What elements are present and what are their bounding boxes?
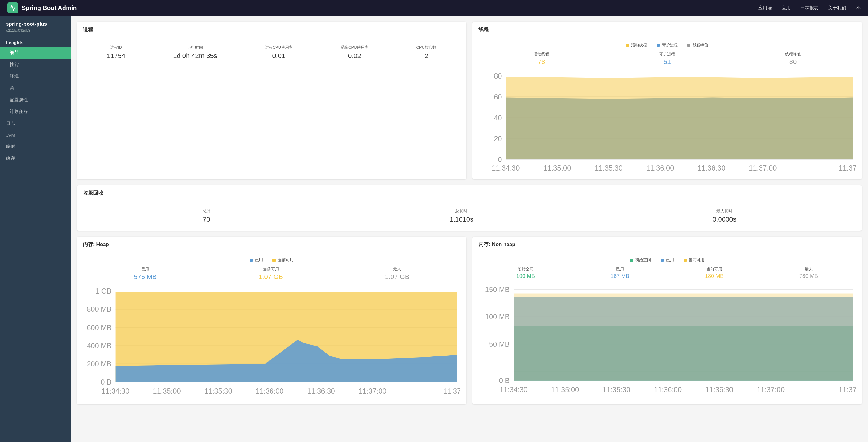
legend-dot-active	[626, 44, 629, 47]
stat-heap-avail: 当前可用 1.07 GB	[258, 266, 283, 281]
svg-text:0 B: 0 B	[499, 377, 510, 385]
legend-dot-nonheap-used	[660, 259, 663, 262]
stat-nonheap-init: 初始空间 100 MB	[516, 266, 535, 279]
svg-text:11:35:30: 11:35:30	[602, 386, 630, 394]
legend-dot-daemon	[657, 44, 660, 47]
app-logo: Spring Boot Admin	[7, 2, 76, 13]
stat-gc-max-value: 0.0000s	[713, 216, 736, 223]
nav-lang[interactable]: zh	[856, 5, 861, 11]
header: Spring Boot Admin 应用墙 应用 日志报表 关于我们 zh	[0, 0, 868, 16]
stat-heap-used: 已用 576 MB	[134, 266, 157, 281]
stat-sys-cpu-label: 系统CPU使用率	[341, 45, 368, 50]
app-layout: spring-boot-plus e211ba082db8 Insights 细…	[0, 16, 868, 416]
svg-text:11:35:00: 11:35:00	[153, 387, 181, 396]
stat-pid-label: 进程ID	[107, 45, 125, 50]
sidebar-item-jvm[interactable]: JVM	[0, 129, 71, 140]
legend-nonheap-init: 初始空间	[630, 257, 651, 263]
sidebar-item-配置属性[interactable]: 配置属性	[0, 94, 71, 106]
nonheap-body: 初始空间 已用 当前可用 初始空间	[472, 252, 862, 403]
sidebar-item-环境[interactable]: 环境	[0, 70, 71, 82]
svg-text:80: 80	[494, 72, 502, 80]
sidebar-item-缓存[interactable]: 缓存	[0, 152, 71, 164]
svg-text:0: 0	[498, 156, 502, 163]
process-body: 进程ID 11754 运行时间 1d 0h 42m 35s 进程CPU使用率 0…	[77, 37, 466, 67]
svg-text:11:37:30: 11:37:30	[839, 386, 856, 394]
svg-text:11:36:00: 11:36:00	[646, 164, 674, 172]
sidebar: spring-boot-plus e211ba082db8 Insights 细…	[0, 16, 71, 416]
nonheap-title: 内存: Non heap	[472, 237, 862, 252]
nonheap-chart-stats: 初始空间 100 MB 已用 167 MB 当前可用 180 MB 最大	[478, 266, 856, 279]
svg-text:50 MB: 50 MB	[489, 340, 509, 348]
process-stats: 进程ID 11754 运行时间 1d 0h 42m 35s 进程CPU使用率 0…	[83, 42, 460, 62]
svg-text:150 MB: 150 MB	[485, 286, 510, 293]
stat-gc-max-label: 最大耗时	[713, 208, 736, 214]
sidebar-item-计划任务[interactable]: 计划任务	[0, 106, 71, 118]
svg-text:1 GB: 1 GB	[95, 287, 112, 295]
app-title: Spring Boot Admin	[22, 4, 76, 11]
svg-text:200 MB: 200 MB	[87, 360, 112, 368]
threads-chart: 80 60 40 20 0 11:34:30 11:35:00	[478, 69, 856, 175]
sidebar-item-类[interactable]: 类	[0, 82, 71, 94]
gc-title: 垃圾回收	[77, 185, 862, 201]
legend-nonheap-avail: 当前可用	[683, 257, 705, 263]
legend-dot-heap-avail	[273, 259, 276, 262]
main-content: 进程 进程ID 11754 运行时间 1d 0h 42m 35s 进程CPU使用…	[71, 16, 868, 416]
svg-marker-51	[514, 293, 852, 381]
heap-chart-stats: 已用 576 MB 当前可用 1.07 GB 最大 1.07 GB	[83, 266, 460, 281]
stat-peak: 线程峰值 80	[785, 52, 801, 66]
svg-text:11:37:30: 11:37:30	[839, 164, 856, 172]
sidebar-item-日志[interactable]: 日志	[0, 118, 71, 129]
svg-text:11:36:30: 11:36:30	[698, 164, 725, 172]
svg-text:11:34:30: 11:34:30	[102, 387, 129, 396]
legend-heap-used: 已用	[249, 257, 263, 263]
stat-gc-time-label: 总耗时	[450, 208, 473, 214]
process-card: 进程 进程ID 11754 运行时间 1d 0h 42m 35s 进程CPU使用…	[77, 22, 466, 179]
header-nav: 应用墙 应用 日志报表 关于我们 zh	[758, 5, 861, 11]
nav-log[interactable]: 日志报表	[800, 5, 818, 11]
stat-pid-value: 11754	[107, 52, 125, 60]
logo-icon	[7, 2, 18, 13]
heap-legend: 已用 当前可用	[83, 257, 460, 263]
threads-body: 活动线程 守护进程 线程峰值 活动线程	[472, 37, 862, 179]
svg-marker-11	[506, 77, 852, 159]
nav-app[interactable]: 应用	[781, 5, 790, 11]
stat-gc-max: 最大耗时 0.0000s	[713, 208, 736, 223]
stat-cpu-cores-value: 2	[416, 52, 436, 60]
legend-peak: 线程峰值	[687, 42, 709, 48]
svg-text:11:37:00: 11:37:00	[749, 164, 777, 172]
svg-text:800 MB: 800 MB	[87, 306, 112, 314]
svg-text:11:35:30: 11:35:30	[595, 164, 622, 172]
gc-stats: 总计 70 总耗时 1.1610s 最大耗时 0.0000s	[83, 206, 856, 226]
sidebar-item-性能[interactable]: 性能	[0, 59, 71, 70]
row-3: 内存: Heap 已用 当前可用 已用	[77, 237, 862, 404]
stat-uptime-label: 运行时间	[173, 45, 217, 50]
stat-cpu-cores: CPU核心数 2	[416, 45, 436, 60]
svg-text:11:36:30: 11:36:30	[307, 387, 335, 396]
legend-heap-available: 当前可用	[273, 257, 294, 263]
legend-dot-nonheap-init	[630, 259, 633, 262]
sidebar-app-name: spring-boot-plus	[0, 16, 71, 28]
nonheap-svg: 150 MB 100 MB 50 MB 0 B 11:34:30	[478, 283, 856, 397]
threads-title: 线程	[472, 22, 862, 37]
sidebar-insights-label: Insights	[0, 37, 71, 47]
svg-text:11:36:30: 11:36:30	[705, 386, 733, 394]
heap-title: 内存: Heap	[77, 237, 466, 252]
svg-text:60: 60	[494, 93, 502, 101]
nav-appwall[interactable]: 应用墙	[758, 5, 772, 11]
legend-dot-heap-used	[249, 259, 252, 262]
row-2: 垃圾回收 总计 70 总耗时 1.1610s 最大耗时 0.0	[77, 185, 862, 231]
nav-about[interactable]: 关于我们	[828, 5, 846, 11]
svg-text:600 MB: 600 MB	[87, 324, 112, 332]
svg-text:11:37:00: 11:37:00	[757, 386, 784, 394]
row-1: 进程 进程ID 11754 运行时间 1d 0h 42m 35s 进程CPU使用…	[77, 22, 862, 179]
sidebar-item-映射[interactable]: 映射	[0, 140, 71, 152]
sidebar-item-细节[interactable]: 细节	[0, 47, 71, 59]
threads-svg: 80 60 40 20 0 11:34:30 11:35:00	[478, 69, 856, 173]
heap-svg: 1 GB 800 MB 600 MB 400 MB 200 MB 0 B 1	[83, 284, 460, 399]
sidebar-app-id: e211ba082db8	[0, 28, 71, 37]
stat-gc-time-value: 1.1610s	[450, 216, 473, 223]
gc-card: 垃圾回收 总计 70 总耗时 1.1610s 最大耗时 0.0	[77, 185, 862, 231]
stat-cpu-cores-label: CPU核心数	[416, 45, 436, 50]
stat-proc-cpu: 进程CPU使用率 0.01	[265, 45, 293, 60]
threads-legend: 活动线程 守护进程 线程峰值	[478, 42, 856, 48]
